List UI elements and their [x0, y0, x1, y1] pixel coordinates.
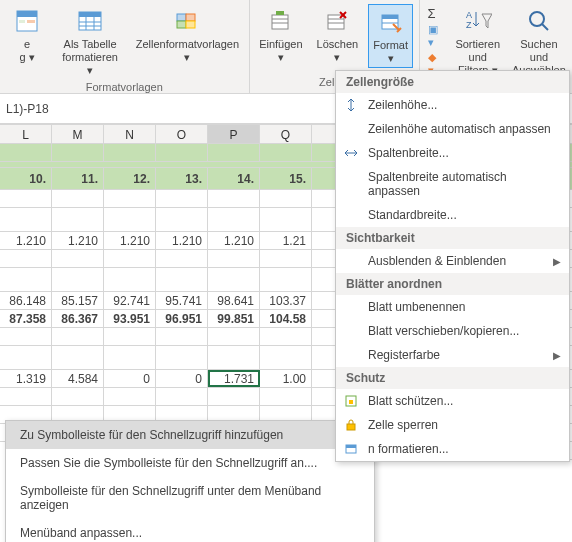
- column-header[interactable]: M: [52, 125, 104, 143]
- cell[interactable]: [156, 346, 208, 369]
- cell[interactable]: 1.210: [104, 232, 156, 249]
- cell[interactable]: 12.: [104, 168, 156, 189]
- ctx-add-qat[interactable]: Zu Symbolleiste für den Schnellzugriff h…: [6, 421, 374, 449]
- cell[interactable]: [0, 346, 52, 369]
- insert-button[interactable]: Einfügen ▾: [255, 4, 306, 66]
- cell[interactable]: 1.00: [260, 370, 312, 387]
- cell[interactable]: [208, 388, 260, 405]
- cell[interactable]: 1.210: [208, 232, 260, 249]
- cell[interactable]: [156, 388, 208, 405]
- column-header[interactable]: P: [208, 125, 260, 143]
- cell[interactable]: [104, 328, 156, 345]
- cell[interactable]: [260, 250, 312, 267]
- cell[interactable]: [260, 388, 312, 405]
- column-header[interactable]: Q: [260, 125, 312, 143]
- format-as-table-button[interactable]: Als Tabelle formatieren ▾: [54, 4, 126, 79]
- menu-autofit-col[interactable]: Spaltenbreite automatisch anpassen: [336, 165, 569, 203]
- cell[interactable]: [0, 328, 52, 345]
- cell[interactable]: 1.210: [0, 232, 52, 249]
- cell[interactable]: [208, 208, 260, 231]
- menu-move-copy[interactable]: Blatt verschieben/kopieren...: [336, 319, 569, 343]
- cell[interactable]: [104, 346, 156, 369]
- cell[interactable]: [52, 208, 104, 231]
- cell[interactable]: 1.731: [208, 370, 260, 387]
- cell[interactable]: [52, 268, 104, 291]
- cell[interactable]: [208, 250, 260, 267]
- cell[interactable]: [208, 328, 260, 345]
- cell[interactable]: [104, 190, 156, 207]
- cell[interactable]: 93.951: [104, 310, 156, 327]
- cell[interactable]: 4.584: [52, 370, 104, 387]
- cell[interactable]: 1.319: [0, 370, 52, 387]
- cell[interactable]: [0, 268, 52, 291]
- cell[interactable]: 99.851: [208, 310, 260, 327]
- cell[interactable]: [52, 346, 104, 369]
- cell[interactable]: [104, 388, 156, 405]
- fill-button[interactable]: ▣ ▾: [428, 23, 442, 49]
- cell[interactable]: [260, 328, 312, 345]
- cell[interactable]: [208, 144, 260, 161]
- menu-hide-unhide[interactable]: Ausblenden & Einblenden ▶: [336, 249, 569, 273]
- ctx-show-under[interactable]: Symbolleiste für den Schnellzugriff unte…: [6, 477, 374, 519]
- cell[interactable]: [104, 144, 156, 161]
- cell[interactable]: [156, 328, 208, 345]
- menu-autofit-row[interactable]: Zeilenhöhe automatisch anpassen: [336, 117, 569, 141]
- cell[interactable]: [156, 208, 208, 231]
- cell[interactable]: [52, 250, 104, 267]
- cell[interactable]: 13.: [156, 168, 208, 189]
- cell[interactable]: [156, 268, 208, 291]
- menu-default-width[interactable]: Standardbreite...: [336, 203, 569, 227]
- ctx-customize-ribbon[interactable]: Menüband anpassen...: [6, 519, 374, 542]
- cell[interactable]: 104.58: [260, 310, 312, 327]
- cell[interactable]: [0, 388, 52, 405]
- cell[interactable]: 15.: [260, 168, 312, 189]
- cell[interactable]: 87.358: [0, 310, 52, 327]
- column-header[interactable]: L: [0, 125, 52, 143]
- menu-format-cells[interactable]: n formatieren...: [336, 437, 569, 461]
- cell[interactable]: 1.21: [260, 232, 312, 249]
- cell[interactable]: 11.: [52, 168, 104, 189]
- cell[interactable]: 86.148: [0, 292, 52, 309]
- sort-filter-button[interactable]: AZ Sortieren und Filtern ▾: [450, 4, 506, 79]
- cell[interactable]: [260, 190, 312, 207]
- format-button[interactable]: Format ▾: [368, 4, 413, 68]
- conditional-formatting-button[interactable]: e g ▾: [6, 4, 48, 66]
- cell[interactable]: 14.: [208, 168, 260, 189]
- cell[interactable]: [208, 190, 260, 207]
- menu-protect-sheet[interactable]: Blatt schützen...: [336, 389, 569, 413]
- cell[interactable]: [156, 250, 208, 267]
- cell[interactable]: [156, 144, 208, 161]
- delete-button[interactable]: Löschen ▾: [313, 4, 363, 66]
- cell[interactable]: 98.641: [208, 292, 260, 309]
- cell[interactable]: 92.741: [104, 292, 156, 309]
- cell[interactable]: 0: [156, 370, 208, 387]
- cell[interactable]: [208, 268, 260, 291]
- cell[interactable]: 0: [104, 370, 156, 387]
- cell[interactable]: [260, 346, 312, 369]
- cell[interactable]: [260, 208, 312, 231]
- cell[interactable]: [0, 144, 52, 161]
- cell[interactable]: 10.: [0, 168, 52, 189]
- cell[interactable]: [0, 190, 52, 207]
- menu-col-width[interactable]: Spaltenbreite...: [336, 141, 569, 165]
- cell[interactable]: [104, 208, 156, 231]
- cell[interactable]: 1.210: [156, 232, 208, 249]
- cell[interactable]: 103.37: [260, 292, 312, 309]
- cell[interactable]: [260, 144, 312, 161]
- cell[interactable]: [208, 346, 260, 369]
- menu-row-height[interactable]: Zeilenhöhe...: [336, 93, 569, 117]
- menu-tab-color[interactable]: Registerfarbe ▶: [336, 343, 569, 367]
- cell[interactable]: 95.741: [156, 292, 208, 309]
- cell[interactable]: 96.951: [156, 310, 208, 327]
- menu-rename-sheet[interactable]: Blatt umbenennen: [336, 295, 569, 319]
- ctx-customize-qat[interactable]: Passen Sie die Symbolleiste für den Schn…: [6, 449, 374, 477]
- cell[interactable]: [156, 190, 208, 207]
- autosum-button[interactable]: Σ: [428, 6, 442, 21]
- column-header[interactable]: N: [104, 125, 156, 143]
- cell[interactable]: [0, 208, 52, 231]
- column-header[interactable]: O: [156, 125, 208, 143]
- cell[interactable]: [52, 144, 104, 161]
- cell[interactable]: [0, 250, 52, 267]
- cell[interactable]: [52, 190, 104, 207]
- cell-styles-button[interactable]: Zellenformatvorlagen ▾: [132, 4, 242, 66]
